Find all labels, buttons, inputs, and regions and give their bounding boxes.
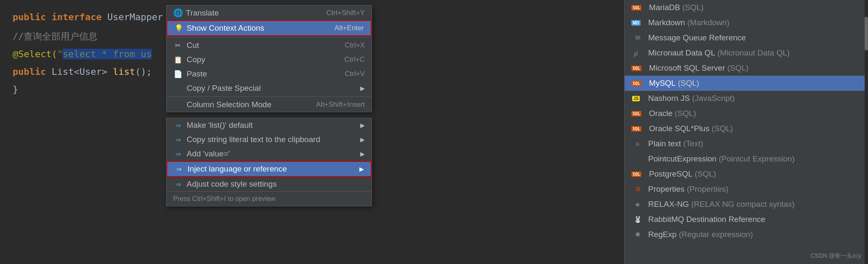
lang-item-mysql[interactable]: SQL MySQL (SQL) <box>625 76 868 91</box>
lang-type-nashorn: (JavaScript) <box>690 94 735 103</box>
lang-name-oracle-plus: Oracle SQL*Plus <box>649 124 710 133</box>
lang-item-oracle-plus[interactable]: SQL Oracle SQL*Plus (SQL) <box>625 121 868 136</box>
copy-string-arrow: ▶ <box>360 136 365 143</box>
lang-item-postgresql[interactable]: SQL PostgreSQL (SQL) <box>625 166 868 182</box>
menu-item-copy-string[interactable]: ⇒ Copy string literal text to the clipbo… <box>166 132 372 147</box>
bulb-icon: 💡 <box>174 24 183 33</box>
copy-paste-arrow: ▶ <box>360 85 365 92</box>
lang-type-properties: (Properties) <box>685 185 729 194</box>
menu-shortcut-show-context: Alt+Enter <box>335 24 364 32</box>
menu-label-copy: Copy <box>187 55 205 64</box>
language-panel: SQL MariaDB (SQL) MD Markdown (Markdown)… <box>624 0 868 264</box>
lang-item-oracle[interactable]: SQL Oracle (SQL) <box>625 106 868 121</box>
menu-label-copy-string: Copy string literal text to the clipboar… <box>187 135 320 144</box>
lang-type-postgresql: (SQL) <box>693 169 716 179</box>
add-value-icon: ⇒ <box>173 150 182 158</box>
menu-item-paste[interactable]: 📄 Paste Ctrl+V <box>166 67 372 81</box>
oracle-plus-icon: SQL <box>631 126 645 132</box>
lang-name-oracle: Oracle <box>649 109 673 118</box>
lang-name-markdown: Markdown <box>648 18 685 27</box>
menu-item-show-context[interactable]: 💡 Show Context Actions Alt+Enter <box>166 20 372 36</box>
lang-item-nashorn[interactable]: JS Nashorn JS (JavaScript) <box>625 91 868 106</box>
menu-label-cut: Cut <box>187 41 199 50</box>
lang-item-markdown[interactable]: MD Markdown (Markdown) <box>625 15 868 30</box>
menu-shortcut-paste: Ctrl+V <box>345 70 365 78</box>
menu-item-copy[interactable]: 📋 Copy Ctrl+C <box>166 53 372 67</box>
menu-shortcut-column: Alt+Shift+Insert <box>316 100 365 109</box>
lang-name-mariadb: MariaDB <box>649 3 680 12</box>
menu-footer: Press Ctrl+Shift+I to open preview <box>166 191 372 206</box>
menu-item-copy-paste-special[interactable]: Copy / Paste Special ▶ <box>166 81 372 95</box>
menu-item-adjust-style[interactable]: ⇒ Adjust code style settings <box>166 177 372 191</box>
menu-shortcut-translate: Ctrl+Shift+Y <box>326 9 365 17</box>
make-default-icon: ⇒ <box>173 121 182 129</box>
lang-name-regexp: RegExp <box>648 230 677 239</box>
menu-label-paste: Paste <box>187 69 207 79</box>
lang-type-markdown: (Markdown) <box>685 18 730 27</box>
context-menu-actions: ⇒ Make 'list()' default ▶ ⇒ Copy string … <box>166 118 372 206</box>
menu-label-translate: Translate <box>186 8 219 18</box>
postgresql-icon: SQL <box>631 172 645 177</box>
lang-type-mysql: (SQL) <box>675 79 699 88</box>
menu-label-inject-language: Inject language or reference <box>187 164 287 174</box>
lang-type-relax-ng: (RELAX NG compact syntax) <box>689 200 794 209</box>
lang-name-mssql: Microsoft SQL Server <box>649 63 725 73</box>
inject-language-arrow: ▶ <box>359 166 364 172</box>
menu-item-cut[interactable]: ✂ Cut Ctrl+X <box>166 38 372 53</box>
lang-type-oracle: (SQL) <box>673 109 696 118</box>
mariadb-icon: SQL <box>631 5 645 11</box>
micronaut-icon: μ <box>631 49 644 58</box>
lang-item-rabbitmq[interactable]: 🐰 RabbitMQ Destination Reference <box>625 212 868 227</box>
lang-item-micronaut[interactable]: μ Micronaut Data QL (Micronaut Data QL) <box>625 45 868 61</box>
cut-icon: ✂ <box>173 41 182 50</box>
context-menu-main: 🌐 Translate Ctrl+Shift+Y 💡 Show Context … <box>166 5 372 112</box>
copy-icon: 📋 <box>173 55 182 64</box>
lang-type-regexp: (Regular expression) <box>677 230 753 239</box>
lang-type-micronaut: (Micronaut Data QL) <box>715 48 789 58</box>
lang-type-oracle-plus: (SQL) <box>710 124 733 133</box>
scrollbar-thumb[interactable] <box>865 17 868 50</box>
lang-item-mariadb[interactable]: SQL MariaDB (SQL) <box>625 0 868 15</box>
lang-name-plain-text: Plain text <box>648 139 681 148</box>
plain-text-icon: ≡ <box>631 140 644 148</box>
menu-item-make-default[interactable]: ⇒ Make 'list()' default ▶ <box>166 118 372 132</box>
menu-shortcut-cut: Ctrl+X <box>345 41 365 50</box>
mysql-icon: SQL <box>631 81 645 86</box>
menu-separator-2 <box>166 96 372 97</box>
menu-label-make-default: Make 'list()' default <box>187 121 253 130</box>
menu-footer-text: Press Ctrl+Shift+I to open preview <box>173 195 275 202</box>
lang-type-pointcut: (Pointcut Expression) <box>717 154 795 164</box>
lang-item-message-queue[interactable]: ✉ Message Queue Reference <box>625 30 868 45</box>
adjust-style-icon: ⇒ <box>173 180 182 188</box>
make-default-arrow: ▶ <box>360 122 365 129</box>
menu-item-inject-language[interactable]: ⇒ Inject language or reference ▶ <box>166 161 372 177</box>
menu-label-add-value: Add 'value=' <box>187 149 230 158</box>
properties-icon: ⚙ <box>631 185 644 193</box>
menu-item-column-selection[interactable]: Column Selection Mode Alt+Shift+Insert <box>166 98 372 112</box>
message-queue-icon: ✉ <box>631 34 644 42</box>
lang-item-regexp[interactable]: ✱ RegExp (Regular expression) <box>625 227 868 242</box>
lang-name-nashorn: Nashorn JS <box>648 94 690 103</box>
paste-icon: 📄 <box>173 70 182 79</box>
lang-item-properties[interactable]: ⚙ Properties (Properties) <box>625 182 868 197</box>
mssql-icon: SQL <box>631 66 645 71</box>
nashorn-icon: JS <box>631 96 644 101</box>
lang-item-plain-text[interactable]: ≡ Plain text (Text) <box>625 136 868 151</box>
watermark: CSDN @朱一头zcy <box>810 252 861 260</box>
menu-item-translate[interactable]: 🌐 Translate Ctrl+Shift+Y <box>166 5 372 20</box>
lang-name-postgresql: PostgreSQL <box>649 169 693 179</box>
lang-item-relax-ng[interactable]: ◈ RELAX-NG (RELAX NG compact syntax) <box>625 197 868 212</box>
lang-item-pointcut[interactable]: PointcutExpression (Pointcut Expression) <box>625 151 868 166</box>
menu-label-adjust-style: Adjust code style settings <box>187 180 277 189</box>
menu-label-copy-paste-special: Copy / Paste Special <box>187 84 261 93</box>
add-value-arrow: ▶ <box>360 150 365 157</box>
lang-name-mysql: MySQL <box>649 79 675 88</box>
inject-language-icon: ⇒ <box>174 165 183 173</box>
scrollbar[interactable] <box>865 0 868 264</box>
lang-name-rabbitmq: RabbitMQ Destination Reference <box>648 215 765 224</box>
menu-item-add-value[interactable]: ⇒ Add 'value=' ▶ <box>166 147 372 161</box>
lang-type-plain-text: (Text) <box>681 139 703 148</box>
lang-name-micronaut: Micronaut Data QL <box>648 48 715 58</box>
lang-name-message-queue: Message Queue Reference <box>648 33 746 42</box>
lang-item-mssql[interactable]: SQL Microsoft SQL Server (SQL) <box>625 61 868 76</box>
